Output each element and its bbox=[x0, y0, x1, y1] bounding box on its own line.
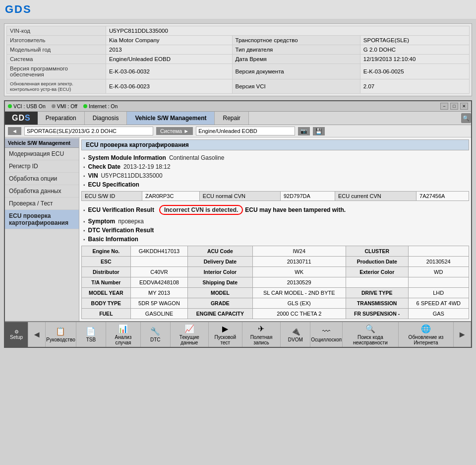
model-year-value: MY 2013 bbox=[130, 288, 188, 298]
sidebar-item-options[interactable]: Обработка опции bbox=[5, 173, 79, 185]
toolbar-analysis-button[interactable]: 📊 Анализ случая bbox=[106, 322, 141, 347]
verification-row: ▪ ECU Verification Result Incorrect CVN … bbox=[81, 203, 469, 217]
basic-info-label: Basic Information bbox=[88, 236, 138, 243]
datetime-value: 12/19/2013 12:10:40 bbox=[360, 55, 469, 64]
save-button[interactable]: 💾 bbox=[313, 127, 325, 135]
vehicle-input[interactable] bbox=[24, 127, 153, 135]
back-arrow-button[interactable]: ◄ bbox=[8, 127, 21, 135]
toolbar-current-data-button[interactable]: 📈 Текущие данные bbox=[171, 322, 209, 347]
toolbar-nav: ◄ bbox=[28, 322, 46, 347]
ecu-version-value: E-K-03-06-0023 bbox=[106, 79, 233, 94]
fuel-value: GASOLINE bbox=[130, 309, 188, 319]
distributor-label: Distributor bbox=[82, 267, 131, 277]
title-bar-indicators: VCI : USB On VMI : Off Internet : On bbox=[8, 103, 118, 109]
update-label: Обновление из Интернета bbox=[403, 334, 449, 345]
minimize-button[interactable]: − bbox=[440, 103, 448, 110]
nav-right-arrow[interactable]: ► bbox=[456, 330, 469, 340]
esc-label: ESC bbox=[82, 257, 131, 267]
system-module-row: ▪ System Module Information Continental … bbox=[81, 153, 469, 162]
sw-version-value: E-K-03-06-0032 bbox=[106, 64, 233, 79]
tsb-icon: 📄 bbox=[86, 327, 96, 336]
toolbar-dtc-button[interactable]: 🔧 DTC bbox=[141, 322, 171, 347]
toolbar-oscilloscope-button[interactable]: 〰 Осциллоскоп bbox=[310, 322, 343, 347]
sidebar-item-ecu-upgrade[interactable]: Модернизация ECU bbox=[5, 148, 79, 160]
bullet-icon: ▪ bbox=[83, 207, 85, 213]
toolbar-guide-button[interactable]: 📋 Руководство bbox=[46, 322, 76, 347]
engine-capacity-value: 2000 CC THETA 2 bbox=[252, 309, 346, 319]
ecu-current-cvn-value: 7A27456A bbox=[416, 192, 469, 201]
grade-label: GRADE bbox=[188, 298, 252, 309]
nav-left-arrow[interactable]: ◄ bbox=[30, 330, 43, 340]
ecu-sw-id-value: ZAR0RP3C bbox=[142, 192, 199, 201]
vmi-indicator: VMI : Off bbox=[52, 103, 77, 109]
camera-button[interactable]: 📷 bbox=[298, 127, 310, 135]
ecu-current-cvn-label: ECU current CVN bbox=[335, 192, 416, 201]
maximize-button[interactable]: □ bbox=[450, 103, 458, 110]
search-icon[interactable]: 🔍 bbox=[461, 113, 471, 123]
model-label: MODEL bbox=[188, 288, 252, 298]
exterior-color-label: Exterior Color bbox=[346, 267, 408, 277]
symptom-row: ▪ Symptom проверка bbox=[81, 217, 469, 226]
toolbar-tsb-button[interactable]: 📄 TSB bbox=[76, 322, 106, 347]
sidebar-item-ecu-map[interactable]: ECU проверка картографирования bbox=[5, 210, 79, 229]
symptom-label: Symptom bbox=[88, 218, 116, 225]
vehicle-bar: ◄ Система ► 📷 💾 bbox=[5, 125, 471, 137]
toolbar-update-button[interactable]: 🌐 Обновление из Интернета bbox=[399, 322, 454, 347]
sidebar-item-data[interactable]: Обработка данных bbox=[5, 185, 79, 198]
analysis-label: Анализ случая bbox=[110, 334, 136, 345]
system-label: Система bbox=[7, 55, 106, 64]
oscilloscope-icon: 〰 bbox=[322, 327, 330, 336]
tab-preparation[interactable]: Preparation bbox=[38, 112, 85, 125]
ecu-version-label: Обновленная версия электр. контрольного … bbox=[7, 79, 106, 94]
sidebar-label: Vehicle S/W Management bbox=[5, 138, 79, 148]
toolbar-flight-record-button[interactable]: ✈ Полетная запись bbox=[242, 322, 281, 347]
close-button[interactable]: ✕ bbox=[460, 103, 468, 110]
ecu-spec-table: ECU S/W ID ZAR0RP3C ECU normal CVN 92D79… bbox=[81, 191, 469, 201]
vehicle-value: SPORTAGE(SLE) bbox=[360, 36, 469, 45]
dvom-label: DVOM bbox=[288, 337, 303, 342]
sw-version-label: Версия программного обеспечения bbox=[7, 64, 106, 79]
vci-version-value: 2.07 bbox=[360, 79, 469, 94]
verification-highlighted: Incorrect CVN is detected. bbox=[159, 205, 243, 215]
start-test-label: Пусковой тест bbox=[213, 334, 238, 345]
sidebar: Vehicle S/W Management Модернизация ECU … bbox=[5, 137, 79, 321]
start-test-icon: ▶ bbox=[222, 324, 228, 333]
content-title: ECU проверка картографирования bbox=[81, 139, 469, 150]
vin-value: U5YPC811DDL335000 bbox=[106, 26, 470, 36]
vin-row-value: U5YPC811DDL335000 bbox=[101, 172, 163, 179]
drive-type-value: LHD bbox=[408, 288, 469, 298]
maker-value: Kia Motor Company bbox=[106, 36, 233, 45]
gds-window: VCI : USB On VMI : Off Internet : On − □… bbox=[4, 100, 472, 348]
empty-cell-1 bbox=[346, 277, 408, 288]
sidebar-item-test[interactable]: Проверка / Тест bbox=[5, 198, 79, 210]
tab-vehicle-sw[interactable]: Vehicle S/W Management bbox=[127, 112, 215, 125]
nav-bar: GDS Preparation Diagnosis Vehicle S/W Ma… bbox=[5, 112, 471, 125]
system-input[interactable] bbox=[196, 127, 295, 135]
bullet-icon: ▪ bbox=[83, 164, 85, 170]
toolbar-fault-search-button[interactable]: 🔍 Поиск кода неисправности bbox=[343, 322, 399, 347]
doc-version-label: Версия документа bbox=[232, 64, 360, 79]
toolbar-start-test-button[interactable]: ▶ Пусковой тест bbox=[209, 322, 242, 347]
toolbar-dvom-button[interactable]: 🔌 DVOM bbox=[281, 322, 310, 347]
doc-version-value: E-K-03-06-0025 bbox=[360, 64, 469, 79]
bottom-toolbar: ⚙ Setup ◄ 📋 Руководство 📄 TSB 📊 Анализ с… bbox=[5, 321, 471, 347]
ta-number-value: EDDVA4248108 bbox=[130, 277, 188, 288]
delivery-date-label: Delivery Date bbox=[188, 257, 252, 267]
empty-cell-2 bbox=[408, 277, 469, 288]
vci-label: VCI : USB On bbox=[13, 103, 46, 109]
tsb-label: TSB bbox=[86, 337, 96, 342]
bullet-icon: ▪ bbox=[83, 173, 85, 179]
current-data-icon: 📈 bbox=[184, 324, 194, 333]
delivery-date-value: 20130711 bbox=[252, 257, 346, 267]
system-arrow-button[interactable]: Система ► bbox=[156, 127, 193, 135]
analysis-icon: 📊 bbox=[118, 324, 128, 333]
tab-diagnosis[interactable]: Diagnosis bbox=[85, 112, 127, 125]
body-type-label: BODY TYPE bbox=[82, 298, 131, 309]
setup-button[interactable]: ⚙ Setup bbox=[5, 322, 28, 347]
sidebar-item-register-id[interactable]: Регистр ID bbox=[5, 160, 79, 173]
basic-info-row: ▪ Basic Information bbox=[81, 235, 469, 244]
bullet-icon: ▪ bbox=[83, 219, 85, 224]
tab-repair[interactable]: Repair bbox=[215, 112, 248, 125]
fuel-label: FUEL bbox=[82, 309, 131, 319]
dtc-row: ▪ DTC Verification Result bbox=[81, 226, 469, 235]
